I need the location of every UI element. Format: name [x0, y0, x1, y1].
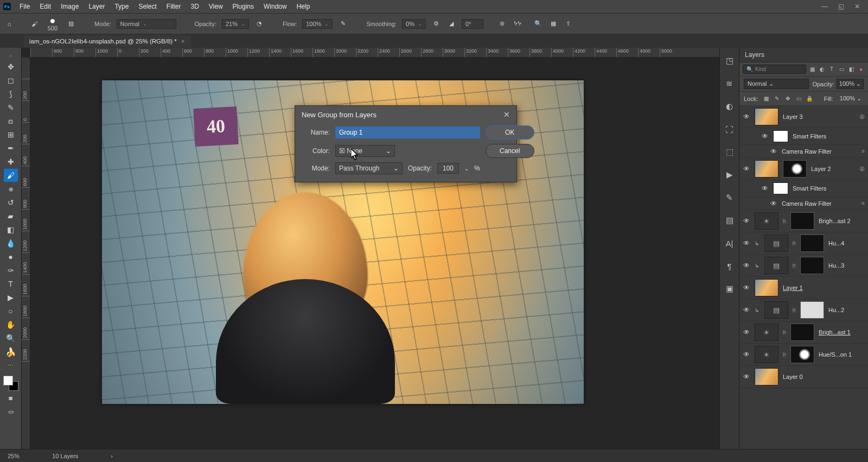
layer-row[interactable]: 👁↳▤⎘Hu...4 [739, 232, 868, 255]
layer-blend-mode[interactable]: Normal ⌄ [744, 79, 809, 89]
lock-position-icon[interactable]: ✥ [784, 95, 792, 103]
filter-smart-icon[interactable]: ◧ [847, 66, 855, 73]
lock-all-icon[interactable]: 🔒 [806, 95, 813, 103]
lock-transparency-icon[interactable]: ▦ [762, 95, 770, 103]
layer-row[interactable]: 👁↳▤⎘Hu...3 [739, 255, 868, 277]
type-tool[interactable]: T [4, 277, 18, 290]
stamp-tool[interactable]: ⎈ [4, 182, 18, 195]
filter-adjust-icon[interactable]: ◐ [818, 66, 826, 73]
home-icon[interactable]: ⌂ [4, 19, 14, 29]
move-tool[interactable]: ✥ [4, 60, 18, 73]
color-select[interactable]: ☒ None⌄ [335, 145, 395, 157]
document-tab[interactable]: iam_os-nGOL2IelIb4-unsplash.psd @ 25% (R… [24, 35, 191, 48]
menu-3d[interactable]: 3D [186, 1, 203, 12]
brushes-icon[interactable]: ✎ [724, 192, 735, 203]
crop-tool[interactable]: ⧈ [4, 115, 18, 128]
transform-icon[interactable]: ⛶ [724, 124, 735, 135]
airbrush-icon[interactable]: ✎ [338, 19, 348, 29]
brush-tool[interactable]: 🖌 [4, 169, 18, 182]
workspace-icon[interactable]: ▦ [548, 19, 558, 29]
fill-value[interactable]: 100% ⌄ [838, 94, 864, 103]
close-tab-icon[interactable]: × [181, 38, 184, 45]
quickmask-icon[interactable]: ◙ [4, 391, 18, 404]
pressure-size-icon[interactable]: ⊚ [497, 19, 507, 29]
dialog-opacity-input[interactable]: 100 [437, 163, 459, 174]
layer-opacity-value[interactable]: 100% ⌄ [837, 79, 864, 89]
opacity-select[interactable]: 21% [222, 19, 249, 29]
3d-icon[interactable]: ⬚ [724, 147, 735, 157]
menu-image[interactable]: Image [56, 1, 83, 12]
ok-button[interactable]: OK [486, 125, 534, 140]
window-restore-icon[interactable]: ◱ [835, 2, 846, 11]
blur-tool[interactable]: 💧 [4, 237, 18, 250]
group-name-input[interactable] [335, 126, 480, 138]
quick-select-tool[interactable]: ✎ [4, 101, 18, 114]
frame-tool[interactable]: ⊞ [4, 128, 18, 141]
layer-row[interactable]: 👁Layer 2⦿ [739, 158, 868, 180]
filter-type-icon[interactable]: T [828, 66, 835, 73]
layers-panel-title[interactable]: Layers [739, 48, 868, 62]
lasso-tool[interactable]: ⟆ [4, 87, 18, 100]
edit-toolbar-icon[interactable]: ⋯ [4, 359, 18, 372]
filter-toggle-icon[interactable]: ● [857, 66, 865, 73]
banana-icon[interactable]: 🍌 [4, 345, 18, 358]
toolbox-collapse-icon[interactable]: ›› [9, 52, 12, 60]
menu-plugins[interactable]: Plugins [228, 1, 258, 12]
layer-row[interactable]: 👁☀⎘Brigh...ast 2 [739, 210, 868, 232]
menu-filter[interactable]: Filter [162, 1, 186, 12]
menu-file[interactable]: File [15, 1, 34, 12]
menu-type[interactable]: Type [110, 1, 133, 12]
status-chevron-icon[interactable]: › [111, 453, 113, 459]
gradient-tool[interactable]: ◧ [4, 223, 18, 236]
eraser-tool[interactable]: ▰ [4, 210, 18, 223]
screenmode-icon[interactable]: ▭ [4, 405, 18, 418]
menu-view[interactable]: View [205, 1, 227, 12]
angle-value[interactable]: 0° [462, 19, 483, 29]
layer-row[interactable]: 👁↳▤⎘Hu...2 [739, 299, 868, 321]
lock-artboard-icon[interactable]: ▭ [795, 95, 802, 103]
layer-row[interactable]: 👁Smart Filters [739, 180, 868, 197]
lock-pixels-icon[interactable]: ✎ [773, 95, 781, 103]
layer-row[interactable]: 👁Camera Raw Filter≡ [739, 197, 868, 210]
smoothing-options-icon[interactable]: ⚙ [431, 19, 441, 29]
share-icon[interactable]: ⇪ [564, 19, 573, 29]
menu-select[interactable]: Select [134, 1, 161, 12]
adjustments-icon[interactable]: ≋ [724, 78, 735, 89]
eyedropper-tool[interactable]: ✒ [4, 142, 18, 155]
libraries-icon[interactable]: ◳ [724, 55, 735, 66]
symmetry-icon[interactable]: ᔭᔭ [513, 19, 522, 29]
layer-row[interactable]: 👁Camera Raw Filter≡ [739, 145, 868, 158]
layer-row[interactable]: 👁Layer 1 [739, 277, 868, 299]
brush-preview[interactable]: ● 500 [44, 16, 61, 31]
filter-shape-icon[interactable]: ▭ [838, 66, 845, 73]
dialog-close-icon[interactable]: ✕ [503, 110, 510, 119]
layer-filter-search[interactable]: 🔍 Kind [743, 65, 806, 74]
zoom-tool[interactable]: 🔍 [4, 332, 18, 345]
history-brush-tool[interactable]: ↺ [4, 196, 18, 209]
hand-tool[interactable]: ✋ [4, 318, 18, 331]
flow-select[interactable]: 100% [302, 19, 333, 29]
pressure-opacity-icon[interactable]: ◔ [254, 19, 264, 29]
swatches-icon[interactable]: ▤ [724, 215, 735, 226]
paragraph-icon[interactable]: ¶ [724, 261, 735, 271]
color-icon[interactable]: ◐ [724, 101, 735, 112]
brush-settings-icon[interactable]: ▨ [66, 19, 76, 29]
healing-tool[interactable]: ✚ [4, 155, 18, 168]
layer-row[interactable]: 👁☀⎘Hue/S...on 1 [739, 344, 868, 366]
smoothing-select[interactable]: 0% [402, 19, 426, 29]
filter-pixel-icon[interactable]: ▦ [808, 66, 816, 73]
tool-preset-icon[interactable]: 🖌 [29, 19, 39, 29]
properties-icon[interactable]: ▣ [724, 283, 735, 294]
path-select-tool[interactable]: ▶ [4, 291, 18, 304]
pen-tool[interactable]: ✑ [4, 264, 18, 277]
window-close-icon[interactable]: ✕ [852, 2, 863, 11]
angle-icon[interactable]: ◢ [446, 19, 456, 29]
search-icon[interactable]: 🔍 [533, 19, 543, 29]
layer-row[interactable]: 👁☀⎘Brigh...ast 1 [739, 321, 868, 344]
menu-layer[interactable]: Layer [84, 1, 109, 12]
layer-row[interactable]: 👁Layer 3⦿ [739, 106, 868, 128]
menu-window[interactable]: Window [259, 1, 291, 12]
zoom-level[interactable]: 25% [8, 453, 20, 459]
dodge-tool[interactable]: ● [4, 250, 18, 263]
layer-row[interactable]: 👁Layer 0 [739, 366, 868, 388]
